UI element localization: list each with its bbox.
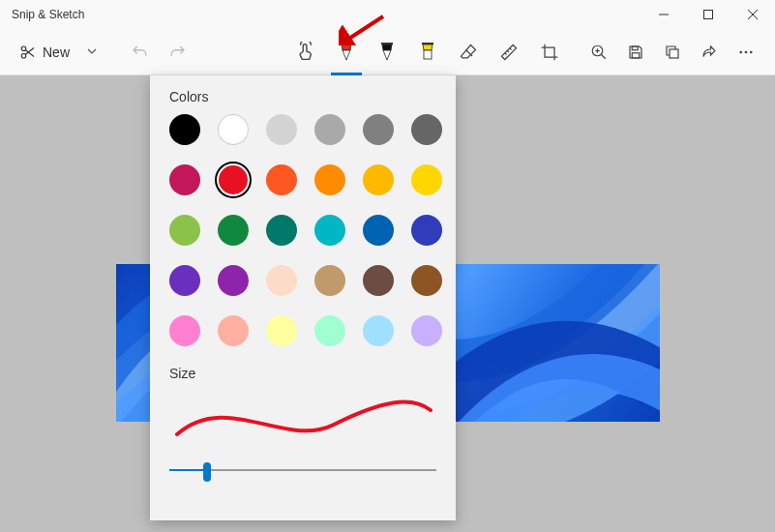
color-swatch-grid [169,114,436,346]
svg-rect-20 [632,46,638,50]
color-swatch[interactable] [169,265,200,296]
minimize-button[interactable] [641,0,686,29]
copy-button[interactable] [655,35,690,70]
window-title: Snip & Sketch [12,8,84,21]
color-swatch[interactable] [218,215,249,246]
share-icon [700,44,718,61]
tool-group [286,29,569,75]
new-label: New [43,44,70,60]
svg-rect-9 [381,43,393,44]
svg-line-17 [601,54,606,59]
color-swatch[interactable] [314,315,345,346]
svg-point-24 [745,50,748,53]
color-swatch[interactable] [169,164,200,195]
color-swatch[interactable] [363,265,394,296]
color-swatch[interactable] [266,215,297,246]
svg-rect-8 [341,43,352,44]
colors-label: Colors [169,89,436,104]
undo-button[interactable] [122,35,157,70]
svg-line-13 [505,52,507,54]
new-snip-button[interactable]: New [12,38,77,67]
color-swatch[interactable] [218,114,249,145]
maximize-button[interactable] [686,0,730,29]
color-swatch[interactable] [363,114,394,145]
titlebar: Snip & Sketch [0,0,775,29]
undo-icon [131,44,148,61]
svg-line-15 [510,47,512,49]
close-button[interactable] [730,0,775,29]
color-swatch[interactable] [169,315,200,346]
ruler-icon [499,43,519,62]
color-swatch[interactable] [169,114,200,145]
slider-fill [169,469,207,471]
zoom-button[interactable] [581,35,616,70]
crop-icon [540,43,559,62]
svg-rect-1 [704,11,713,19]
color-swatch[interactable] [314,164,345,195]
color-swatch[interactable] [266,114,297,145]
color-swatch[interactable] [363,164,394,195]
color-swatch[interactable] [266,164,297,195]
toolbar-right [581,35,763,70]
eraser-icon [459,43,478,62]
svg-rect-11 [422,43,433,44]
color-swatch[interactable] [314,114,345,145]
snip-sketch-window: Snip & Sketch New [0,0,775,532]
toolbar-left: New [12,35,195,70]
color-swatch[interactable] [411,114,442,145]
color-swatch[interactable] [218,315,249,346]
color-swatch[interactable] [314,215,345,246]
new-dropdown-button[interactable] [81,42,103,63]
svg-rect-22 [670,49,678,58]
save-icon [627,44,644,61]
size-label: Size [169,366,436,381]
color-swatch[interactable] [363,315,394,346]
zoom-icon [590,44,608,61]
pen-icon [338,43,355,62]
color-swatch[interactable] [411,265,442,296]
size-preview [169,391,436,449]
touch-icon [295,42,316,63]
touch-writing-button[interactable] [286,29,325,75]
pen-flyout: Colors Size [150,75,456,520]
crop-button[interactable] [530,29,569,75]
svg-point-4 [21,46,26,51]
share-button[interactable] [692,35,727,70]
svg-rect-10 [424,50,432,59]
redo-button[interactable] [161,35,195,70]
stroke-preview [169,391,436,449]
chevron-down-icon [87,46,97,56]
svg-line-12 [466,49,473,56]
svg-point-23 [739,50,742,53]
scissors-icon [19,44,37,61]
color-swatch[interactable] [411,164,442,195]
svg-rect-21 [632,52,640,57]
pencil-button[interactable] [368,29,406,75]
color-swatch[interactable] [363,215,394,246]
color-swatch[interactable] [266,315,297,346]
pencil-icon [378,43,396,62]
eraser-button[interactable] [449,29,488,75]
svg-line-14 [507,50,509,52]
color-swatch[interactable] [218,265,249,296]
highlighter-icon [419,43,436,62]
color-swatch[interactable] [314,265,345,296]
highlighter-button[interactable] [408,29,447,75]
save-button[interactable] [618,35,653,70]
more-button[interactable] [729,35,763,70]
toolbar: New [0,29,775,75]
ballpoint-pen-button[interactable] [327,29,366,75]
color-swatch[interactable] [411,215,442,246]
color-swatch[interactable] [219,165,248,194]
slider-thumb[interactable] [203,462,211,482]
svg-point-5 [21,53,26,58]
color-swatch[interactable] [266,265,297,296]
redo-icon [169,44,187,61]
window-controls [641,0,775,29]
size-section: Size [169,366,436,480]
ruler-button[interactable] [490,29,528,75]
size-slider[interactable] [169,460,436,480]
copy-icon [664,44,681,61]
color-swatch[interactable] [169,215,200,246]
color-swatch[interactable] [411,315,442,346]
